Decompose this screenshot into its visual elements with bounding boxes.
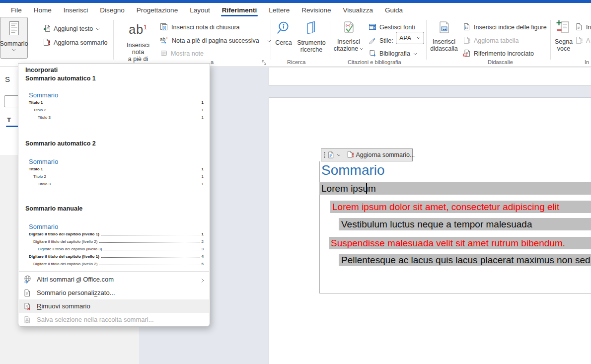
group-separator — [271, 20, 271, 60]
inserisci-nota-label-1: Inserisci nota — [121, 42, 155, 56]
mark-entry-icon — [556, 20, 571, 37]
cerca-button[interactable]: Cerca — [273, 21, 295, 46]
document-page-2[interactable] — [269, 97, 591, 364]
tab-revisione[interactable]: Revisione — [296, 4, 337, 16]
toc-field-icon[interactable] — [327, 151, 341, 159]
ribbon-tab-bar: File Home Inserisci Disegno Progettazion… — [0, 3, 591, 17]
tab-visualizza[interactable]: Visualizza — [337, 4, 379, 16]
gallery-item-sommario-automatico-2[interactable]: Sommario automatico 2 Sommario Titolo 11… — [25, 140, 204, 203]
ribbon: Sommario Aggiungi testo Aggiorna sommari… — [0, 17, 591, 67]
inserisci-nota-button[interactable]: ab1 Inserisci nota a piè di pagina — [121, 21, 155, 70]
gallery-item-title: Sommario automatico 2 — [25, 140, 204, 147]
aggiorna-tabella-label: Aggiorna tabella — [474, 37, 518, 44]
gallery-section-header: Incorporati — [25, 67, 58, 73]
riferimento-incrociato-button[interactable]: Riferimento incrociato — [463, 48, 534, 59]
dialog-launcher-icon[interactable] — [261, 59, 267, 68]
indice-figure-label: Inserisci indice delle figure — [474, 24, 547, 31]
mostra-note-label: Mostra note — [171, 50, 204, 57]
didascalia-label-1: Inserisci — [433, 38, 455, 45]
toc-entry-level2[interactable]: Suspendisse malesuada velit sit amet rut… — [329, 237, 591, 249]
bibliografia-button[interactable]: Bibliografia — [369, 48, 417, 59]
content-control-toolbar: Aggiorna sommario... — [321, 148, 413, 161]
citazione-label-1: Inserisci — [337, 38, 360, 45]
tab-layout[interactable]: Layout — [184, 4, 216, 16]
toc-heading[interactable]: Sommario — [321, 162, 385, 178]
menu-item-rimuovi-sommario[interactable]: Rimuovi sommario — [19, 299, 209, 313]
sommario-button[interactable]: Sommario — [0, 17, 28, 59]
navigation-pane-title-partial: S — [5, 75, 10, 83]
navigation-tab-titoli-partial[interactable]: T — [7, 116, 11, 124]
aggiungi-testo-label: Aggiungi testo — [54, 25, 93, 32]
show-notes-icon — [160, 49, 168, 59]
aggiorna-sommario-toolbar-label: Aggiorna sommario... — [356, 151, 415, 158]
menu-separator — [19, 271, 209, 272]
nota-chiusura-button[interactable]: [i] Inserisci nota di chiusura — [160, 22, 240, 33]
tab-guida[interactable]: Guida — [379, 4, 409, 16]
chevron-down-icon — [360, 48, 364, 50]
gallery-item-sommario-automatico-1[interactable]: Sommario automatico 1 Sommario Titolo 11… — [25, 75, 204, 138]
word-window: File Home Inserisci Disegno Progettazion… — [0, 0, 591, 364]
inserisci-citazione-button[interactable]: (–) Inserisci citazione — [332, 21, 366, 52]
nota-successiva-button[interactable]: ab1 Nota a piè di pagina successiva — [160, 35, 271, 46]
strumento-label-2: ricerche — [300, 46, 322, 53]
custom-toc-icon — [23, 289, 37, 297]
gallery-item-sommario-manuale[interactable]: Sommario manuale Sommario Digitare il ti… — [25, 205, 204, 269]
preview-heading: Sommario — [29, 158, 204, 165]
toc-entry-level3[interactable]: Vestibulum luctus neque a tempor malesua… — [339, 218, 591, 230]
menu-item-salva-selezione[interactable]: Salva selezione nella raccolta sommari..… — [19, 313, 209, 326]
tab-home[interactable]: Home — [28, 4, 58, 16]
inserisci-didascalia-button[interactable]: Inserisci didascalia — [428, 21, 460, 52]
aggiorna-sommario-toolbar-button[interactable]: Aggiorna sommario... — [344, 150, 419, 160]
citazione-label-2: citazione — [334, 45, 364, 52]
stile-select[interactable]: APA — [396, 32, 424, 44]
aggiorna-tabella-button[interactable]: Aggiorna tabella — [463, 35, 518, 46]
preview-heading: Sommario — [29, 223, 204, 230]
mostra-note-button[interactable]: Mostra note — [160, 48, 204, 59]
insert-caption-icon — [438, 21, 451, 37]
segna-voce-label-2: voce — [557, 45, 570, 52]
toc-entry-level1[interactable]: Lorem ipsum — [319, 182, 591, 195]
indice-group-label-partial: In — [585, 59, 589, 65]
didascalie-group-label: Didascalie — [488, 59, 513, 65]
bibliography-icon — [369, 49, 376, 59]
segna-voce-button[interactable]: Segna voce — [552, 20, 575, 52]
chevron-down-icon — [413, 53, 417, 55]
tab-disegno[interactable]: Disegno — [94, 4, 131, 16]
update-table-icon — [463, 36, 471, 46]
gallery-item-title: Sommario manuale — [25, 205, 204, 212]
stile-row: Stile: — [369, 35, 393, 46]
indice-figure-button[interactable]: Inserisci indice delle figure — [463, 22, 547, 33]
gestisci-fonti-button[interactable]: Gestisci fonti — [369, 22, 415, 33]
preview-heading: Sommario — [29, 91, 204, 99]
chevron-down-icon — [12, 49, 16, 51]
menu-item-sommario-personalizzato[interactable]: Sommario personalizzato... — [19, 286, 209, 299]
aggiorna-indice-button[interactable]: A — [575, 35, 590, 46]
strumento-ricerche-button[interactable]: Strumento ricerche — [295, 21, 328, 53]
inserisci-indice-label-partial: In — [586, 24, 591, 31]
aggiungi-testo-button[interactable]: Aggiungi testo — [43, 23, 100, 34]
aggiorna-sommario-button[interactable]: Aggiorna sommario — [43, 37, 107, 48]
footnote-ab-icon: ab1 — [129, 21, 148, 36]
menu-item-altri-sommari[interactable]: Altri sommari di Office.com — [19, 273, 209, 286]
insert-index-icon — [575, 23, 583, 32]
didascalia-label-2: didascalia — [430, 45, 458, 52]
tab-inserisci[interactable]: Inserisci — [58, 4, 94, 16]
content-control-border — [319, 161, 320, 293]
tab-lettere[interactable]: Lettere — [263, 4, 296, 16]
toc-entry-level3[interactable]: Pellentesque ac lacus quis lacus placera… — [339, 254, 591, 266]
cerca-label: Cerca — [275, 39, 292, 46]
tab-riferimenti[interactable]: Riferimenti — [216, 4, 263, 16]
tab-progettazione[interactable]: Progettazione — [131, 4, 184, 16]
inserisci-indice-button[interactable]: In — [575, 22, 591, 33]
citazioni-group-label: Citazioni e bibliografia — [348, 59, 401, 65]
gallery-preview: Sommario Titolo 11 Titolo 21 Titolo 31 — [29, 158, 204, 189]
toc-entry-level2[interactable]: Lorem ipsum dolor sit amet, consectetur … — [330, 201, 591, 213]
endnote-icon: [i] — [160, 23, 168, 32]
note-group-label-partial: a — [211, 59, 214, 65]
aggiorna-sommario-label: Aggiorna sommario — [54, 39, 107, 46]
tab-file[interactable]: File — [5, 4, 28, 16]
gallery-preview: Sommario Digitare il titolo del capitolo… — [29, 223, 204, 269]
sommario-dropdown-menu: Incorporati Sommario automatico 1 Sommar… — [18, 63, 210, 327]
chevron-down-icon — [96, 28, 100, 30]
drag-handle-icon[interactable] — [321, 152, 327, 158]
